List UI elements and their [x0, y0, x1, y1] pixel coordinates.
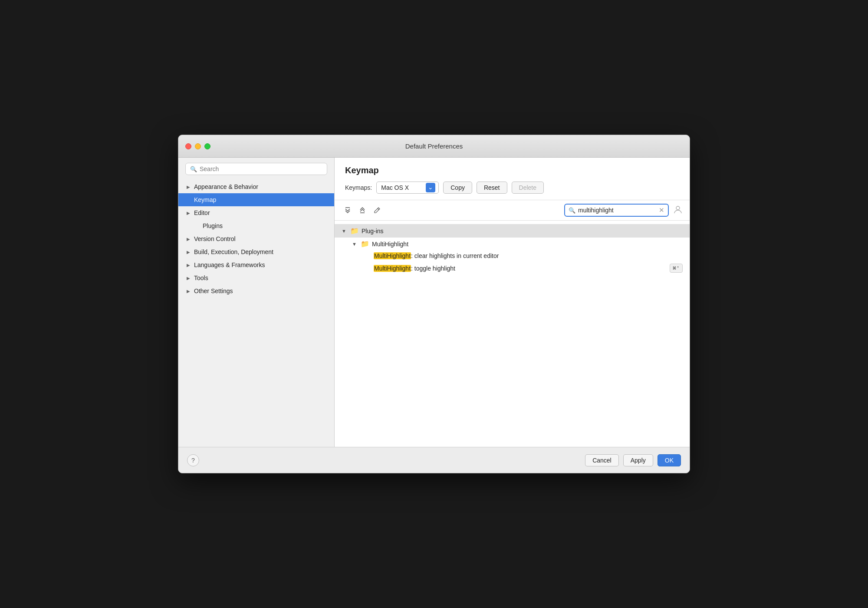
sidebar-item-label: Build, Execution, Deployment — [194, 248, 273, 255]
expand-all-button[interactable] — [342, 204, 354, 216]
sidebar-item-build[interactable]: ▶ Build, Execution, Deployment — [178, 245, 334, 258]
collapse-all-button[interactable] — [356, 204, 368, 216]
svg-point-2 — [676, 206, 680, 210]
window-title: Default Preferences — [405, 142, 463, 150]
keymap-select-wrapper: Mac OS X Mac OS X 10.5+ Default Windows … — [376, 182, 439, 194]
preferences-window: Default Preferences 🔍 ▶ Appearance & Beh… — [178, 135, 690, 473]
chevron-right-icon: ▶ — [185, 289, 191, 294]
traffic-lights — [185, 143, 210, 149]
sidebar-item-languages[interactable]: ▶ Languages & Frameworks — [178, 258, 334, 271]
sidebar-item-label: Editor — [194, 209, 210, 216]
edit-shortcut-button[interactable] — [371, 204, 383, 216]
keymap-search-wrapper[interactable]: 🔍 multihighlight ✕ — [564, 204, 669, 217]
keymap-tree[interactable]: ▼ 📁 Plug-ins ▼ 📁 MultiHighlight MultiHig… — [335, 221, 690, 447]
search-wrapper[interactable]: 🔍 — [185, 163, 327, 175]
sidebar: 🔍 ▶ Appearance & Behavior Keymap ▶ Edito… — [178, 158, 335, 447]
sidebar-item-label: Plugins — [203, 222, 223, 229]
sidebar-item-appearance[interactable]: ▶ Appearance & Behavior — [178, 180, 334, 193]
tree-row-toggle-highlight[interactable]: MultiHighlight: toggle highlight ⌘' — [335, 261, 690, 275]
chevron-right-icon: ▶ — [185, 185, 191, 189]
chevron-down-icon: ▼ — [342, 228, 348, 234]
sidebar-item-keymap[interactable]: Keymap — [178, 193, 334, 206]
chevron-right-icon: ▶ — [185, 211, 191, 215]
search-container: 🔍 — [178, 163, 334, 180]
sidebar-item-label: Keymap — [194, 196, 216, 203]
main-content: 🔍 ▶ Appearance & Behavior Keymap ▶ Edito… — [178, 158, 690, 447]
panel-title: Keymap — [345, 165, 679, 175]
sidebar-item-tools[interactable]: ▶ Tools — [178, 271, 334, 284]
bottom-bar: ? Cancel Apply OK — [178, 447, 690, 473]
chevron-right-icon: ▶ — [185, 250, 191, 254]
multihighlight-folder-label: MultiHighlight — [372, 241, 408, 248]
help-button[interactable]: ? — [187, 454, 199, 466]
search-clear-icon[interactable]: ✕ — [659, 206, 664, 214]
keymap-search-icon: 🔍 — [569, 207, 575, 214]
sidebar-item-label: Other Settings — [194, 287, 233, 294]
minimize-button[interactable] — [195, 143, 201, 149]
plugins-group-label: Plug-ins — [362, 228, 384, 235]
chevron-right-icon: ▶ — [185, 237, 191, 241]
tree-row-multihighlight-folder[interactable]: ▼ 📁 MultiHighlight — [335, 238, 690, 250]
cancel-button[interactable]: Cancel — [585, 454, 619, 466]
folder-icon: 📁 — [350, 227, 359, 235]
toolbar: 🔍 multihighlight ✕ — [335, 200, 690, 221]
sidebar-search-input[interactable] — [200, 165, 322, 172]
ok-button[interactable]: OK — [658, 454, 681, 466]
shortcut-badge: ⌘' — [670, 264, 683, 273]
action-clear-label: MultiHighlight: clear highlights in curr… — [374, 252, 499, 259]
sidebar-item-plugins[interactable]: Plugins — [178, 219, 334, 232]
sidebar-item-editor[interactable]: ▶ Editor — [178, 206, 334, 219]
tree-row-clear-highlights[interactable]: MultiHighlight: clear highlights in curr… — [335, 250, 690, 261]
apply-button[interactable]: Apply — [623, 454, 653, 466]
folder-icon: 📁 — [361, 240, 369, 248]
copy-button[interactable]: Copy — [443, 182, 472, 194]
keymap-select[interactable]: Mac OS X Mac OS X 10.5+ Default Windows … — [376, 182, 439, 194]
tree-row-plugins[interactable]: ▼ 📁 Plug-ins — [335, 224, 690, 238]
person-icon — [673, 205, 683, 216]
highlight-match: MultiHighlight — [374, 252, 411, 259]
chevron-down-icon: ▼ — [352, 241, 358, 247]
sidebar-item-label: Version Control — [194, 235, 236, 242]
search-icon: 🔍 — [190, 166, 197, 172]
highlight-match: MultiHighlight — [374, 265, 411, 272]
titlebar: Default Preferences — [178, 135, 690, 158]
bottom-actions: Cancel Apply OK — [585, 454, 681, 466]
close-button[interactable] — [185, 143, 191, 149]
sidebar-item-label: Tools — [194, 274, 208, 281]
chevron-right-icon: ▶ — [185, 276, 191, 281]
chevron-right-icon: ▶ — [185, 263, 191, 268]
delete-button[interactable]: Delete — [512, 182, 544, 194]
sidebar-item-other[interactable]: ▶ Other Settings — [178, 284, 334, 297]
keymaps-row: Keymaps: Mac OS X Mac OS X 10.5+ Default… — [345, 182, 679, 194]
sidebar-item-label: Appearance & Behavior — [194, 183, 258, 190]
keymap-search-input[interactable]: multihighlight — [578, 207, 656, 214]
panel-header: Keymap Keymaps: Mac OS X Mac OS X 10.5+ … — [335, 158, 690, 200]
action-toggle-label: MultiHighlight: toggle highlight — [374, 265, 455, 272]
sidebar-item-label: Languages & Frameworks — [194, 261, 265, 268]
sidebar-item-vcs[interactable]: ▶ Version Control — [178, 232, 334, 245]
reset-button[interactable]: Reset — [477, 182, 507, 194]
maximize-button[interactable] — [204, 143, 210, 149]
right-panel: Keymap Keymaps: Mac OS X Mac OS X 10.5+ … — [335, 158, 690, 447]
keymaps-label: Keymaps: — [345, 184, 372, 191]
